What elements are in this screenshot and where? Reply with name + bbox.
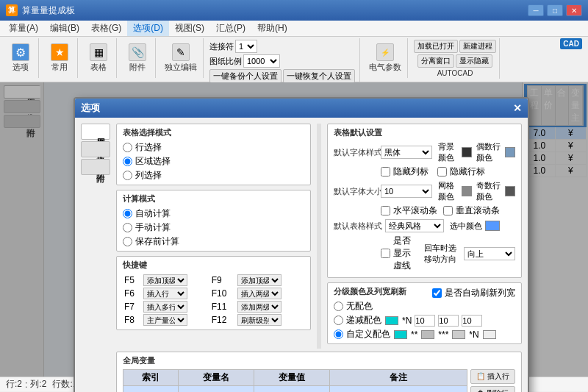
sc-select-f9[interactable]: 添加顶级变量 [237,274,282,286]
decrease-value-3[interactable] [462,315,482,327]
no-color-radio[interactable]: 无配色 [334,300,515,313]
odd-color-swatch[interactable] [505,186,515,196]
radio-area-select[interactable]: 区域选择 [123,155,304,168]
font-family-select[interactable]: 黑体 [381,146,432,159]
move-direction-select[interactable]: 向上 [464,247,515,260]
calc-mode-section: 计算模式 自动计算 手动计算 [116,190,311,252]
auto-refresh-label: 是否自动刷新列宽 [445,287,515,299]
radio-col-select[interactable]: 列选择 [123,169,304,182]
sc-select-f11[interactable]: 添加两级 [237,301,282,313]
dialog-tab-table[interactable]: 表格 [81,141,110,157]
attach-button[interactable]: 📎 附件 [123,42,152,74]
shortcut-row-2: F6 插入行 F10 插入两级 [123,287,304,300]
common-button[interactable]: ★ 常用 [45,42,74,74]
title-bar: 算 算量量提成板 ─ □ ✕ [0,0,588,21]
editor-icon: ✎ [172,43,190,61]
var-name-1[interactable] [179,386,254,393]
radio-save-calc[interactable]: 保存前计算 [123,235,304,248]
close-button[interactable]: ✕ [566,4,582,16]
radio-area-select-input[interactable] [123,157,132,166]
var-table-body [123,386,467,393]
editor-button[interactable]: ✎ 独立编辑 [162,42,200,74]
h-scroll-input[interactable] [381,206,390,215]
radio-col-select-input[interactable] [123,171,132,180]
scale-select[interactable]: 1000 [243,54,280,68]
even-color-swatch[interactable] [505,147,515,157]
new-process-button[interactable]: 新建进程 [459,40,496,53]
toolbar-group-common: ★ 常用 [42,38,78,78]
custom-color-radio[interactable]: 自定义配色 ** *** *N [334,328,515,341]
dialog-tab-attach[interactable]: 附件 [81,159,110,175]
font-size-select[interactable]: 10 [381,185,432,198]
var-insert-row-btn[interactable]: 📋 插入行 [470,369,515,384]
menu-view[interactable]: 视图(S) [169,21,210,36]
dialog-tab-common[interactable]: 常用 [81,124,110,140]
sc-action-f7: 插入多行 [142,300,210,313]
dialog-close-button[interactable]: ✕ [513,102,522,114]
minimize-button[interactable]: ─ [528,4,544,16]
menu-options[interactable]: 选项(D) [127,21,169,36]
bg-color-swatch[interactable] [462,147,472,157]
var-table-row-1[interactable] [123,386,467,393]
radio-row-select[interactable]: 行选择 [123,141,304,154]
select-color-label: 选中颜色 [450,221,482,232]
sc-select-f6[interactable]: 插入行 [143,288,187,299]
radio-save-label: 保存前计算 [135,235,179,248]
decrease-color-input[interactable] [334,316,343,325]
radio-save-calc-input[interactable] [123,237,132,246]
one-key-restore-button[interactable]: 一键恢复个人设置 [283,69,355,83]
table-style-label: 默认表格样式 [334,221,382,232]
auto-refresh-check[interactable]: 是否自动刷新列宽 [432,287,515,299]
decrease-color-radio[interactable]: 递减配色 *N [334,314,515,327]
no-color-input[interactable] [334,302,343,311]
split-window-button[interactable]: 分离窗口 [417,54,454,68]
table-defaults-title: 表格默认设置 [334,127,515,138]
hide-col-label-input[interactable] [437,167,447,177]
show-hide-button[interactable]: 显示隐藏 [456,54,492,68]
var-value-1[interactable] [254,386,330,393]
var-note-1[interactable] [329,386,467,393]
decrease-swatch [385,316,398,325]
v-scroll-input[interactable] [443,206,453,215]
var-delete-row-btn[interactable]: 🗑 删除行 [470,386,515,392]
load-cad-button[interactable]: 加载已打开 [414,40,458,53]
sc-select-f7[interactable]: 插入多行 [143,301,187,313]
var-col-name: 变量名 [179,370,254,386]
hide-col-label-check[interactable]: 隐藏行标 [437,165,485,178]
auto-refresh-input[interactable] [432,288,442,298]
show-dotted-check[interactable]: 是否显示虚线 [381,235,418,272]
radio-auto-calc[interactable]: 自动计算 [123,207,304,220]
table-button[interactable]: ▦ 表格 [84,42,113,74]
menu-suanliang[interactable]: 算量(A) [3,21,44,36]
radio-manual-calc[interactable]: 手动计算 [123,221,304,234]
sc-select-f12[interactable]: 刷新级别 [237,314,282,326]
h-scroll-check[interactable]: 水平滚动条 [381,204,437,217]
v-scroll-check[interactable]: 垂直滚动条 [443,204,500,217]
decrease-value-2[interactable] [438,315,459,327]
table-style-select[interactable]: 经典风格 [385,219,444,232]
grid-color-swatch[interactable] [462,186,472,196]
hide-row-label-check[interactable]: 隐藏列标 [381,165,429,178]
radio-manual-calc-input[interactable] [123,223,132,232]
options-button[interactable]: ⚙ 选项 [6,42,35,74]
sc-select-f10[interactable]: 插入两级 [237,288,282,299]
custom-color-input[interactable] [334,329,343,339]
one-key-personal-button[interactable]: 一键备份个人设置 [209,69,282,83]
maximize-button[interactable]: □ [547,4,563,16]
connect-select[interactable]: 1 [235,40,257,53]
sc-select-f8[interactable]: 主产量公式 [143,314,187,326]
sc-select-f5[interactable]: 添加顶级变量 [143,274,187,286]
menu-help[interactable]: 帮助(H) [251,21,293,36]
toolbar-group-attach: 📎 附件 [120,38,156,78]
radio-auto-calc-input[interactable] [123,209,132,218]
show-dotted-input[interactable] [381,249,390,258]
custom-dots: *** [438,329,448,340]
menu-table[interactable]: 表格(G) [85,21,127,36]
select-color-swatch[interactable] [485,221,500,231]
decrease-value-1[interactable] [415,315,435,327]
hide-row-label-input[interactable] [381,167,390,177]
menu-summary[interactable]: 汇总(P) [210,21,251,36]
radio-row-select-input[interactable] [123,143,132,152]
menu-edit[interactable]: 编辑(B) [44,21,85,36]
electric-param-button[interactable]: ⚡ 电气参数 [366,42,404,74]
